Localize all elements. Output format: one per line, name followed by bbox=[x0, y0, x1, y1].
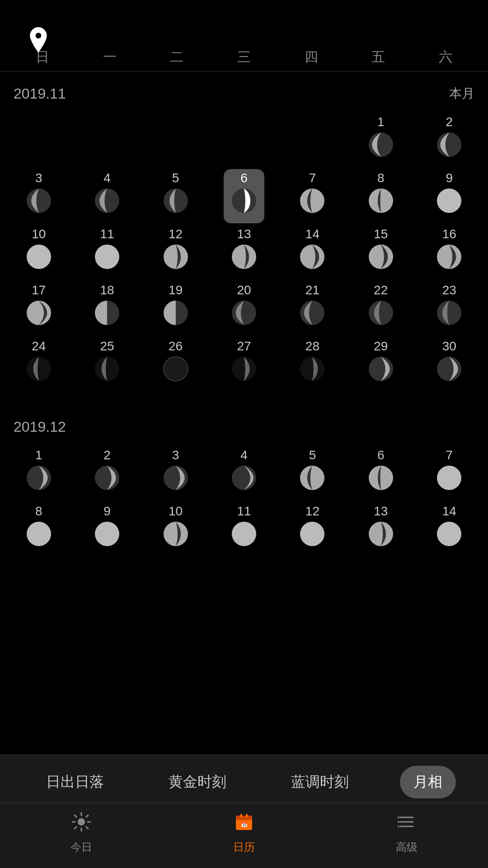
mode-sunrise[interactable]: 日出日落 bbox=[33, 766, 117, 798]
day-cell-dec-4[interactable]: 4 bbox=[210, 444, 278, 500]
day-number: 30 bbox=[442, 340, 456, 353]
day-cell-nov-1[interactable]: 1 bbox=[347, 111, 415, 167]
day-cell-nov-7[interactable]: 7 bbox=[278, 167, 347, 223]
day-number: 10 bbox=[32, 228, 46, 241]
moon-icon bbox=[368, 244, 394, 271]
moon-icon bbox=[436, 300, 462, 327]
day-number: 2 bbox=[446, 116, 453, 128]
day-number: 9 bbox=[446, 172, 453, 184]
mode-moon[interactable]: 月相 bbox=[400, 766, 456, 798]
svg-point-14 bbox=[369, 245, 393, 269]
day-cell-nov-10[interactable]: 10 bbox=[5, 223, 73, 279]
moon-icon bbox=[368, 521, 394, 548]
svg-point-20 bbox=[300, 301, 324, 325]
day-cell-nov-6[interactable]: 6 bbox=[210, 167, 278, 223]
svg-point-19 bbox=[232, 301, 256, 325]
month-this-nov: 本月 bbox=[449, 85, 474, 102]
month-header-dec: 2019.12 bbox=[5, 410, 483, 444]
moon-icon bbox=[436, 465, 462, 492]
day-cell-nov-25[interactable]: 25 bbox=[73, 335, 141, 392]
empty-cell bbox=[210, 111, 278, 167]
day-cell-dec-7[interactable]: 7 bbox=[415, 444, 483, 500]
day-cell-dec-13[interactable]: 13 bbox=[347, 500, 415, 557]
moon-icon bbox=[163, 244, 188, 271]
svg-point-44 bbox=[78, 818, 85, 826]
day-number: 4 bbox=[103, 172, 111, 184]
day-cell-nov-18[interactable]: 18 bbox=[73, 279, 141, 335]
day-cell-nov-2[interactable]: 2 bbox=[415, 111, 483, 167]
mode-golden[interactable]: 黄金时刻 bbox=[155, 766, 240, 798]
day-cell-nov-12[interactable]: 12 bbox=[141, 223, 210, 279]
day-number: 16 bbox=[442, 228, 456, 241]
day-cell-dec-12[interactable]: 12 bbox=[278, 500, 347, 557]
location-icon bbox=[27, 27, 50, 50]
day-cell-nov-20[interactable]: 20 bbox=[210, 279, 278, 335]
month-header-nov: 2019.11本月 bbox=[5, 76, 483, 111]
mode-blue[interactable]: 蓝调时刻 bbox=[277, 766, 362, 798]
svg-point-39 bbox=[164, 522, 188, 546]
calendar-icon: 📅 bbox=[234, 812, 254, 836]
weekday-tue: 二 bbox=[143, 48, 211, 66]
day-cell-dec-10[interactable]: 10 bbox=[141, 500, 210, 557]
tab-today[interactable]: 今日 bbox=[0, 812, 163, 854]
moon-icon bbox=[163, 356, 188, 383]
day-cell-nov-17[interactable]: 17 bbox=[5, 279, 73, 335]
day-cell-dec-1[interactable]: 1 bbox=[5, 444, 73, 500]
day-cell-dec-2[interactable]: 2 bbox=[73, 444, 141, 500]
day-cell-nov-30[interactable]: 30 bbox=[415, 335, 483, 392]
moon-icon bbox=[300, 188, 325, 215]
day-cell-nov-26[interactable]: 26 bbox=[141, 335, 210, 392]
svg-point-10 bbox=[95, 245, 119, 269]
moon-icon bbox=[94, 188, 120, 215]
empty-cell bbox=[278, 111, 347, 167]
moon-icon bbox=[300, 465, 325, 492]
day-cell-dec-3[interactable]: 3 bbox=[141, 444, 210, 500]
day-cell-nov-19[interactable]: 19 bbox=[141, 279, 210, 335]
day-cell-nov-21[interactable]: 21 bbox=[278, 279, 347, 335]
day-cell-nov-28[interactable]: 28 bbox=[278, 335, 347, 392]
moon-icon bbox=[94, 300, 120, 327]
day-cell-nov-15[interactable]: 15 bbox=[347, 223, 415, 279]
day-number: 13 bbox=[237, 228, 251, 241]
day-cell-dec-5[interactable]: 5 bbox=[278, 444, 347, 500]
day-cell-nov-3[interactable]: 3 bbox=[5, 167, 73, 223]
svg-point-40 bbox=[232, 522, 256, 546]
svg-line-49 bbox=[75, 815, 76, 817]
svg-point-27 bbox=[300, 357, 324, 381]
svg-text:📅: 📅 bbox=[241, 821, 248, 828]
moon-icon bbox=[300, 300, 325, 327]
day-cell-nov-11[interactable]: 11 bbox=[73, 223, 141, 279]
day-cell-nov-13[interactable]: 13 bbox=[210, 223, 278, 279]
day-number: 3 bbox=[172, 449, 179, 462]
day-cell-dec-8[interactable]: 8 bbox=[5, 500, 73, 557]
svg-point-24 bbox=[95, 357, 119, 381]
day-cell-nov-8[interactable]: 8 bbox=[347, 167, 415, 223]
moon-icon bbox=[163, 300, 188, 327]
day-cell-nov-16[interactable]: 16 bbox=[415, 223, 483, 279]
svg-point-21 bbox=[369, 301, 393, 325]
moon-icon bbox=[26, 521, 52, 548]
svg-point-9 bbox=[27, 245, 51, 269]
day-cell-dec-14[interactable]: 14 bbox=[415, 500, 483, 557]
day-number: 22 bbox=[374, 284, 388, 297]
tab-advanced[interactable]: 高级 bbox=[325, 812, 488, 854]
day-cell-dec-9[interactable]: 9 bbox=[73, 500, 141, 557]
day-cell-nov-24[interactable]: 24 bbox=[5, 335, 73, 392]
day-number: 11 bbox=[100, 228, 114, 241]
day-cell-nov-29[interactable]: 29 bbox=[347, 335, 415, 392]
day-number: 8 bbox=[377, 172, 385, 184]
day-cell-nov-27[interactable]: 27 bbox=[210, 335, 278, 392]
day-number: 9 bbox=[103, 505, 111, 518]
tab-calendar[interactable]: 📅 日历 bbox=[163, 812, 325, 854]
day-cell-dec-6[interactable]: 6 bbox=[347, 444, 415, 500]
svg-line-50 bbox=[86, 827, 88, 829]
day-cell-dec-11[interactable]: 11 bbox=[210, 500, 278, 557]
day-cell-nov-22[interactable]: 22 bbox=[347, 279, 415, 335]
svg-rect-54 bbox=[236, 816, 252, 820]
day-cell-nov-5[interactable]: 5 bbox=[141, 167, 210, 223]
day-cell-nov-23[interactable]: 23 bbox=[415, 279, 483, 335]
day-cell-nov-14[interactable]: 14 bbox=[278, 223, 347, 279]
day-cell-nov-4[interactable]: 4 bbox=[73, 167, 141, 223]
moon-icon bbox=[163, 188, 188, 215]
day-cell-nov-9[interactable]: 9 bbox=[415, 167, 483, 223]
